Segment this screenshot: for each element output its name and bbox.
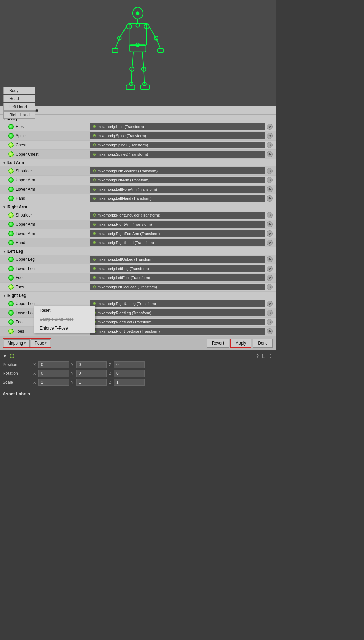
scale-x-input[interactable]	[38, 379, 69, 386]
transform-value-right-foot: mixamorig:RightFoot (Transform)	[98, 320, 153, 324]
transform-chest[interactable]: ⚙ mixamorig:Spine1 (Transform)	[90, 142, 265, 148]
scale-z-group: Z	[109, 379, 145, 386]
menu-item-sample-bind-pose[interactable]: Sample Bind-Pose	[34, 315, 95, 324]
asset-labels-title: Asset Labels	[3, 391, 30, 396]
rotation-x-input[interactable]	[38, 370, 69, 377]
transform-right-upper-arm[interactable]: ⚙ mixamorig:RightArm (Transform)	[90, 221, 265, 228]
transform-right-foot[interactable]: ⚙ mixamorig:RightFoot (Transform)	[90, 319, 265, 325]
transform-left-upper-leg[interactable]: ⚙ mixamorig:LeftUpLeg (Transform)	[90, 256, 265, 263]
transform-icon-left-upper-leg: ⚙	[93, 257, 96, 262]
bone-icon-left-upper-arm	[8, 177, 14, 183]
transform-value-left-foot: mixamorig:LeftFoot (Transform)	[98, 276, 150, 280]
svg-rect-4	[130, 45, 146, 52]
transform-right-shoulder[interactable]: ⚙ mixamorig:RightShoulder (Transform)	[90, 212, 265, 219]
revert-button[interactable]: Revert	[207, 339, 229, 348]
mapping-button[interactable]: Mapping ▾	[4, 339, 30, 347]
transform-right-hand[interactable]: ⚙ mixamorig:RightHand (Transform)	[90, 239, 265, 246]
rotation-y-input[interactable]	[76, 370, 107, 377]
target-btn-right-lower-leg[interactable]: ⊙	[267, 310, 273, 316]
target-btn-spine[interactable]: ⊙	[267, 133, 273, 139]
target-btn-left-lower-leg[interactable]: ⊙	[267, 266, 273, 272]
more-icon[interactable]: ⋮	[268, 353, 273, 359]
scale-z-input[interactable]	[114, 379, 145, 386]
section-header-left-leg[interactable]: ▼ Left Leg	[0, 247, 276, 255]
bone-icon-hips	[8, 124, 14, 129]
transform-right-upper-leg[interactable]: ⚙ mixamorig:RightUpLeg (Transform)	[90, 300, 265, 307]
transform-left-shoulder[interactable]: ⚙ mixamorig:LeftShoulder (Transform)	[90, 167, 265, 174]
svg-line-15	[132, 52, 133, 69]
bone-row-hips: Hips ⚙ mixamorig:Hips (Transform) ⊙	[0, 122, 276, 131]
transform-upper-chest[interactable]: ⚙ mixamorig:Spine2 (Transform)	[90, 151, 265, 158]
bone-name-left-foot: Foot	[16, 275, 24, 280]
transform-left-lower-arm[interactable]: ⚙ mixamorig:LeftForeArm (Transform)	[90, 186, 265, 193]
rotation-z-input[interactable]	[114, 370, 145, 377]
scale-label: Scale	[3, 380, 33, 385]
target-btn-left-upper-leg[interactable]: ⊙	[267, 256, 273, 262]
bone-row-right-lower-arm: Lower Arm ⚙ mixamorig:RightForeArm (Tran…	[0, 229, 276, 238]
target-btn-left-foot[interactable]: ⊙	[267, 275, 273, 281]
section-header-right-arm[interactable]: ▼ Right Arm	[0, 203, 276, 211]
bone-icon-right-lower-leg	[8, 310, 14, 316]
menu-item-enforce-tpose[interactable]: Enforce T-Pose	[34, 324, 95, 333]
section-header-left-arm[interactable]: ▼ Left Arm	[0, 159, 276, 166]
character-figure	[100, 5, 175, 100]
tab-head[interactable]: Head	[3, 95, 35, 102]
bone-name-right-upper-arm: Upper Arm	[16, 222, 35, 227]
target-btn-right-toes[interactable]: ⊙	[267, 328, 273, 334]
target-btn-left-lower-arm[interactable]: ⊙	[267, 186, 273, 192]
target-btn-left-toes[interactable]: ⊙	[267, 284, 273, 290]
position-z-input[interactable]	[114, 361, 145, 368]
menu-item-reset[interactable]: Reset	[34, 306, 95, 315]
target-btn-right-lower-arm[interactable]: ⊙	[267, 230, 273, 237]
target-btn-right-foot[interactable]: ⊙	[267, 319, 273, 325]
bone-icon-left-upper-leg	[8, 257, 14, 262]
tab-right-hand[interactable]: Right Hand	[3, 111, 35, 119]
transform-left-toes[interactable]: ⚙ mixamorig:LeftToeBase (Transform)	[90, 284, 265, 290]
target-btn-right-shoulder[interactable]: ⊙	[267, 212, 273, 218]
tab-body[interactable]: Body	[3, 87, 35, 94]
transform-right-lower-leg[interactable]: ⚙ mixamorig:RightLeg (Transform)	[90, 309, 265, 316]
optional-bone-row: Optional Bone	[0, 106, 276, 115]
target-btn-left-upper-arm[interactable]: ⊙	[267, 177, 273, 183]
target-btn-left-hand[interactable]: ⊙	[267, 195, 273, 202]
pose-button[interactable]: Pose ▾	[31, 339, 50, 347]
transform-left-lower-leg[interactable]: ⚙ mixamorig:LeftLeg (Transform)	[90, 265, 265, 272]
transform-value-right-lower-arm: mixamorig:RightForeArm (Transform)	[98, 231, 160, 236]
pose-dropdown-arrow: ▾	[45, 341, 47, 345]
bone-name-hips: Hips	[16, 124, 24, 129]
bone-icon-left-lower-leg	[8, 266, 14, 271]
help-icon[interactable]: ?	[256, 353, 259, 359]
target-btn-right-hand[interactable]: ⊙	[267, 240, 273, 246]
apply-button[interactable]: Apply	[230, 339, 251, 348]
tab-left-hand[interactable]: Left Hand	[3, 103, 35, 111]
section-header-right-leg[interactable]: ▼ Right Leg	[0, 292, 276, 299]
bone-row-left-lower-leg: Lower Leg ⚙ mixamorig:LeftLeg (Transform…	[0, 264, 276, 273]
transform-right-toes[interactable]: ⚙ mixamorig:RightToeBase (Transform)	[90, 328, 265, 335]
transform-left-upper-arm[interactable]: ⚙ mixamorig:LeftArm (Transform)	[90, 177, 265, 183]
transform-left-foot[interactable]: ⚙ mixamorig:LeftFoot (Transform)	[90, 274, 265, 281]
settings-icon[interactable]: ⇅	[261, 353, 265, 359]
transform-value-spine: mixamorig:Spine (Transform)	[98, 134, 146, 138]
scale-y-input[interactable]	[76, 379, 107, 386]
rotation-z-group: Z	[109, 370, 145, 377]
target-btn-right-upper-arm[interactable]: ⊙	[267, 221, 273, 227]
target-btn-left-shoulder[interactable]: ⊙	[267, 168, 273, 174]
transform-spine[interactable]: ⚙ mixamorig:Spine (Transform)	[90, 132, 265, 139]
transform-left-hand[interactable]: ⚙ mixamorig:LeftHand (Transform)	[90, 195, 265, 202]
transform-hips[interactable]: ⚙ mixamorig:Hips (Transform)	[90, 123, 265, 130]
target-btn-hips[interactable]: ⊙	[267, 124, 273, 130]
target-btn-chest[interactable]: ⊙	[267, 142, 273, 148]
position-x-input[interactable]	[38, 361, 69, 368]
target-btn-upper-chest[interactable]: ⊙	[267, 151, 273, 157]
target-btn-right-upper-leg[interactable]: ⊙	[267, 301, 273, 307]
section-header-body[interactable]: ▼ Body	[0, 115, 276, 122]
bone-name-right-lower-leg: Lower Leg	[16, 310, 35, 315]
scale-y-group: Y	[71, 379, 107, 386]
svg-line-20	[142, 52, 144, 69]
transform-gizmo-icon	[9, 353, 15, 359]
arrow-right-leg: ▼	[3, 294, 6, 298]
bone-name-right-toes: Toes	[16, 329, 24, 334]
done-button[interactable]: Done	[253, 339, 273, 348]
transform-right-lower-arm[interactable]: ⚙ mixamorig:RightForeArm (Transform)	[90, 230, 265, 237]
position-y-input[interactable]	[76, 361, 107, 368]
